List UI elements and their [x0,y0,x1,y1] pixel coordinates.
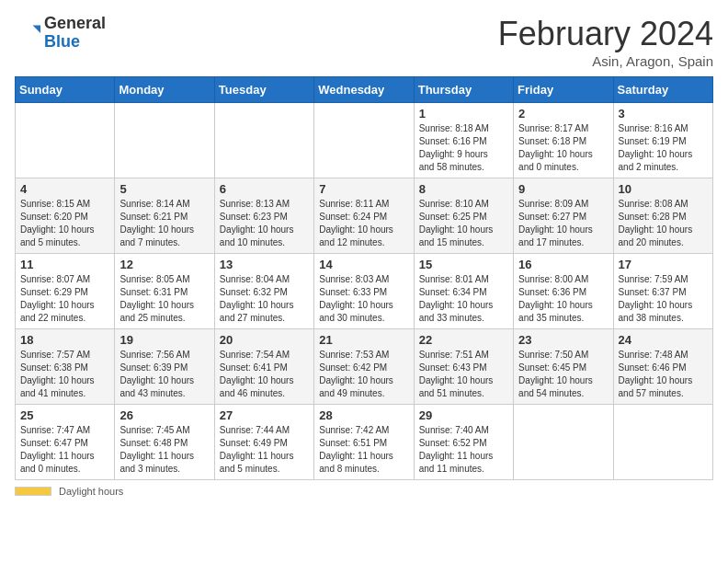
calendar-cell [115,103,214,178]
day-number: 7 [319,182,408,196]
day-info: Sunrise: 7:50 AM Sunset: 6:45 PM Dayligh… [518,349,608,400]
calendar-cell: 4Sunrise: 8:15 AM Sunset: 6:20 PM Daylig… [16,178,115,254]
title-block: February 2024 Asin, Aragon, Spain [498,15,713,69]
calendar-cell: 17Sunrise: 7:59 AM Sunset: 6:37 PM Dayli… [613,254,712,329]
calendar-cell: 1Sunrise: 8:18 AM Sunset: 6:16 PM Daylig… [414,103,513,178]
calendar-cell: 2Sunrise: 8:17 AM Sunset: 6:18 PM Daylig… [514,103,613,178]
logo-general: General [44,15,106,33]
day-info: Sunrise: 8:16 AM Sunset: 6:19 PM Dayligh… [619,122,708,174]
calendar-cell: 27Sunrise: 7:44 AM Sunset: 6:49 PM Dayli… [214,405,313,480]
day-number: 16 [518,258,608,271]
footer: Daylight hours [15,486,713,497]
calendar-cell: 15Sunrise: 8:01 AM Sunset: 6:34 PM Dayli… [414,254,513,329]
day-info: Sunrise: 7:42 AM Sunset: 6:51 PM Dayligh… [319,424,408,476]
day-info: Sunrise: 7:57 AM Sunset: 6:38 PM Dayligh… [20,349,109,400]
day-number: 17 [619,258,708,271]
day-number: 29 [419,408,508,422]
calendar-cell: 20Sunrise: 7:54 AM Sunset: 6:41 PM Dayli… [214,329,313,405]
day-info: Sunrise: 7:44 AM Sunset: 6:49 PM Dayligh… [220,424,309,476]
day-info: Sunrise: 8:09 AM Sunset: 6:27 PM Dayligh… [518,198,608,249]
day-number: 5 [119,182,209,196]
day-info: Sunrise: 8:15 AM Sunset: 6:20 PM Dayligh… [20,198,109,249]
calendar-cell: 13Sunrise: 8:04 AM Sunset: 6:32 PM Dayli… [214,254,313,329]
day-number: 21 [319,333,408,347]
calendar-cell [514,405,613,480]
calendar-cell: 18Sunrise: 7:57 AM Sunset: 6:38 PM Dayli… [16,329,115,405]
calendar-cell: 7Sunrise: 8:11 AM Sunset: 6:24 PM Daylig… [314,178,414,254]
day-number: 28 [319,408,408,422]
day-info: Sunrise: 8:05 AM Sunset: 6:31 PM Dayligh… [119,273,209,325]
calendar-week-1: 1Sunrise: 8:18 AM Sunset: 6:16 PM Daylig… [16,103,713,178]
day-number: 1 [419,107,508,121]
calendar-table: SundayMondayTuesdayWednesdayThursdayFrid… [15,76,713,480]
day-info: Sunrise: 7:51 AM Sunset: 6:43 PM Dayligh… [419,349,508,400]
day-info: Sunrise: 7:59 AM Sunset: 6:37 PM Dayligh… [619,273,708,325]
daylight-bar-icon [15,487,51,496]
day-number: 10 [619,182,708,196]
weekday-header-sunday: Sunday [16,77,115,103]
day-number: 13 [220,258,309,271]
day-info: Sunrise: 8:13 AM Sunset: 6:23 PM Dayligh… [220,198,309,249]
calendar-cell [613,405,712,480]
day-info: Sunrise: 8:17 AM Sunset: 6:18 PM Dayligh… [518,122,608,174]
daylight-label: Daylight hours [59,486,123,497]
calendar-cell: 11Sunrise: 8:07 AM Sunset: 6:29 PM Dayli… [16,254,115,329]
day-number: 15 [419,258,508,271]
calendar-cell: 8Sunrise: 8:10 AM Sunset: 6:25 PM Daylig… [414,178,513,254]
day-number: 12 [119,258,209,271]
day-number: 22 [419,333,508,347]
day-number: 2 [518,107,608,121]
logo-icon [15,20,40,46]
calendar-cell: 22Sunrise: 7:51 AM Sunset: 6:43 PM Dayli… [414,329,513,405]
day-info: Sunrise: 8:00 AM Sunset: 6:36 PM Dayligh… [518,273,608,325]
svg-marker-0 [33,25,40,32]
weekday-header-saturday: Saturday [613,77,712,103]
calendar-cell: 29Sunrise: 7:40 AM Sunset: 6:52 PM Dayli… [414,405,513,480]
logo-blue: Blue [44,33,106,52]
day-number: 24 [619,333,708,347]
day-info: Sunrise: 7:56 AM Sunset: 6:39 PM Dayligh… [119,349,209,400]
day-info: Sunrise: 7:47 AM Sunset: 6:47 PM Dayligh… [20,424,109,476]
day-number: 26 [119,408,209,422]
day-info: Sunrise: 7:45 AM Sunset: 6:48 PM Dayligh… [119,424,209,476]
calendar-cell: 9Sunrise: 8:09 AM Sunset: 6:27 PM Daylig… [514,178,613,254]
day-info: Sunrise: 8:08 AM Sunset: 6:28 PM Dayligh… [619,198,708,249]
weekday-header-row: SundayMondayTuesdayWednesdayThursdayFrid… [16,77,713,103]
day-info: Sunrise: 8:10 AM Sunset: 6:25 PM Dayligh… [419,198,508,249]
calendar-week-3: 11Sunrise: 8:07 AM Sunset: 6:29 PM Dayli… [16,254,713,329]
calendar-cell: 24Sunrise: 7:48 AM Sunset: 6:46 PM Dayli… [613,329,712,405]
day-info: Sunrise: 7:40 AM Sunset: 6:52 PM Dayligh… [419,424,508,476]
calendar-week-2: 4Sunrise: 8:15 AM Sunset: 6:20 PM Daylig… [16,178,713,254]
day-number: 9 [518,182,608,196]
weekday-header-thursday: Thursday [414,77,513,103]
weekday-header-wednesday: Wednesday [314,77,414,103]
day-number: 8 [419,182,508,196]
day-info: Sunrise: 8:14 AM Sunset: 6:21 PM Dayligh… [119,198,209,249]
day-info: Sunrise: 7:48 AM Sunset: 6:46 PM Dayligh… [619,349,708,400]
day-info: Sunrise: 8:11 AM Sunset: 6:24 PM Dayligh… [319,198,408,249]
calendar-cell: 3Sunrise: 8:16 AM Sunset: 6:19 PM Daylig… [613,103,712,178]
day-number: 11 [20,258,109,271]
day-info: Sunrise: 8:07 AM Sunset: 6:29 PM Dayligh… [20,273,109,325]
day-number: 23 [518,333,608,347]
calendar-cell [16,103,115,178]
calendar-week-4: 18Sunrise: 7:57 AM Sunset: 6:38 PM Dayli… [16,329,713,405]
calendar-cell: 28Sunrise: 7:42 AM Sunset: 6:51 PM Dayli… [314,405,414,480]
calendar-cell: 10Sunrise: 8:08 AM Sunset: 6:28 PM Dayli… [613,178,712,254]
calendar-cell [214,103,313,178]
weekday-header-friday: Friday [514,77,613,103]
page-header: General Blue February 2024 Asin, Aragon,… [15,15,713,69]
day-number: 19 [119,333,209,347]
calendar-cell: 25Sunrise: 7:47 AM Sunset: 6:47 PM Dayli… [16,405,115,480]
day-info: Sunrise: 8:04 AM Sunset: 6:32 PM Dayligh… [220,273,309,325]
calendar-cell: 12Sunrise: 8:05 AM Sunset: 6:31 PM Dayli… [115,254,214,329]
calendar-subtitle: Asin, Aragon, Spain [498,53,713,69]
logo: General Blue [15,15,106,52]
day-info: Sunrise: 8:01 AM Sunset: 6:34 PM Dayligh… [419,273,508,325]
day-number: 4 [20,182,109,196]
day-number: 25 [20,408,109,422]
day-number: 14 [319,258,408,271]
calendar-week-5: 25Sunrise: 7:47 AM Sunset: 6:47 PM Dayli… [16,405,713,480]
calendar-cell: 6Sunrise: 8:13 AM Sunset: 6:23 PM Daylig… [214,178,313,254]
day-number: 3 [619,107,708,121]
